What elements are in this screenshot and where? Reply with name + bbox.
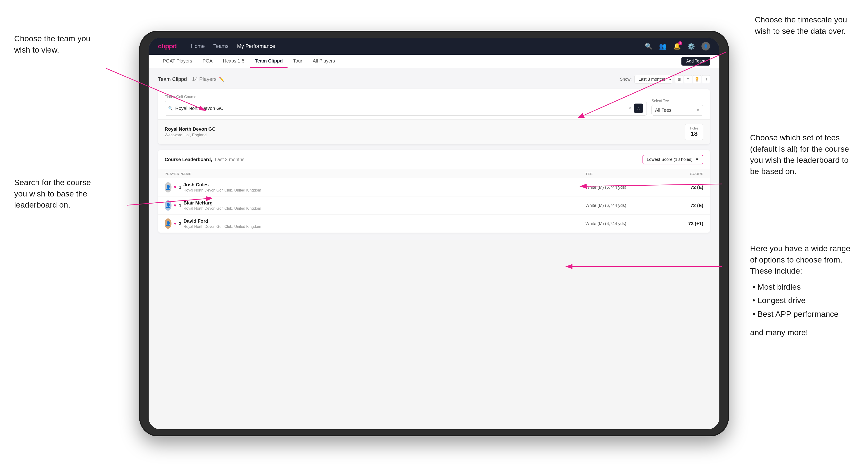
team-name: Team Clippd <box>158 76 187 82</box>
score-type-select[interactable]: Lowest Score (18 holes) ▼ <box>643 155 703 164</box>
score-dropdown-icon: ▼ <box>695 157 699 162</box>
col-header-player: PLAYER NAME <box>165 172 585 176</box>
player-score-1: 72 (E) <box>656 185 703 190</box>
player-club-3: Royal North Devon Golf Club, United King… <box>184 224 585 229</box>
player-club-1: Royal North Devon Golf Club, United King… <box>184 188 585 192</box>
option-drive: Longest drive <box>752 295 854 306</box>
search-clear-button[interactable]: ✕ <box>628 106 631 111</box>
heart-icon-1[interactable]: ♥ <box>174 185 177 190</box>
favorite-button[interactable]: ☆ <box>634 103 643 113</box>
course-search-card: Find a Golf Course 🔍 ✕ ☆ Select Tee All … <box>158 89 710 144</box>
holes-label: Holes <box>690 126 699 130</box>
nav-teams[interactable]: Teams <box>213 43 228 49</box>
option-birdies: Most birdies <box>752 281 854 293</box>
tab-team-clippd[interactable]: Team Clippd <box>250 55 287 68</box>
player-tee-1: White (M) (6,744 yds) <box>585 185 656 190</box>
table-row: 👤 ♥ 1 Josh Coles Royal North Devon Golf … <box>158 178 710 196</box>
show-controls: Show: Last 3 months ⊞ ≡ 🏆 ⬇ <box>620 75 710 84</box>
trophy-icon[interactable]: 🏆 <box>693 75 701 83</box>
add-team-button[interactable]: Add Team <box>681 57 710 66</box>
course-result: Royal North Devon GC Westward Ho!, Engla… <box>158 119 710 144</box>
heart-icon-3[interactable]: ♥ <box>174 221 177 226</box>
course-search-input[interactable] <box>175 106 626 111</box>
holes-number: 18 <box>690 130 699 137</box>
player-tee-2: White (M) (6,744 yds) <box>585 203 656 208</box>
options-list: Most birdies Longest drive Best APP perf… <box>752 281 854 320</box>
player-name-3: David Ford <box>184 218 585 224</box>
tablet-screen: clippd Home Teams My Performance 🔍 👥 🔔 1… <box>149 38 719 429</box>
tee-select-value: All Tees <box>655 107 694 113</box>
player-avatar-2: 👤 <box>165 200 172 211</box>
view-icons: ⊞ ≡ 🏆 ⬇ <box>675 75 710 83</box>
course-search-input-wrapper: 🔍 ✕ ☆ <box>165 101 647 116</box>
annotation-top-right: Choose the timescale you wish to see the… <box>755 14 854 36</box>
col-header-tee: TEE <box>585 172 656 176</box>
rank-1: 1 <box>179 185 184 190</box>
player-score-3: 73 (+1) <box>656 221 703 226</box>
course-search-label: Find a Golf Course <box>165 95 647 99</box>
tab-hcaps[interactable]: Hcaps 1-5 <box>218 55 249 68</box>
table-header: PLAYER NAME TEE SCORE <box>158 169 710 178</box>
tab-pga[interactable]: PGA <box>198 55 217 68</box>
tablet-frame: clippd Home Teams My Performance 🔍 👥 🔔 1… <box>139 31 729 436</box>
table-row: 👤 ♥ 3 David Ford Royal North Devon Golf … <box>158 215 710 233</box>
holes-badge: Holes 18 <box>685 124 703 140</box>
people-icon[interactable]: 👥 <box>659 43 666 50</box>
tee-dropdown-icon[interactable]: ▼ <box>696 108 700 113</box>
player-rank-col-2: 👤 ♥ 1 <box>165 200 184 211</box>
leaderboard-card: Course Leaderboard, Last 3 months Lowest… <box>158 150 710 233</box>
show-label: Show: <box>620 77 632 82</box>
nav-right: 🔍 👥 🔔 1 ⚙️ 👤 <box>645 42 710 51</box>
annotation-top-left: Choose the team you wish to view. <box>14 33 104 55</box>
tab-pgat-players[interactable]: PGAT Players <box>158 55 197 68</box>
nav-performance[interactable]: My Performance <box>237 43 275 49</box>
player-info-1: Josh Coles Royal North Devon Golf Club, … <box>184 182 585 192</box>
download-icon[interactable]: ⬇ <box>702 75 710 83</box>
user-avatar[interactable]: 👤 <box>702 42 710 51</box>
app-logo: clippd <box>158 42 177 50</box>
player-tee-3: White (M) (6,744 yds) <box>585 221 656 226</box>
player-info-3: David Ford Royal North Devon Golf Club, … <box>184 218 585 229</box>
notification-badge: 1 <box>678 41 682 45</box>
heart-icon-2[interactable]: ♥ <box>174 203 177 208</box>
search-icon[interactable]: 🔍 <box>645 43 652 50</box>
table-row: 👤 ♥ 1 Blair McHarg Royal North Devon Gol… <box>158 196 710 215</box>
settings-icon[interactable]: ⚙️ <box>687 43 695 50</box>
player-name-1: Josh Coles <box>184 182 585 187</box>
rank-3: 3 <box>179 221 184 226</box>
player-score-2: 72 (E) <box>656 203 703 208</box>
annotation-middle-left: Search for the course you wish to base t… <box>14 177 104 211</box>
player-avatar-1: 👤 <box>165 182 172 192</box>
timescale-select[interactable]: Last 3 months <box>634 75 672 84</box>
tab-bar: PGAT Players PGA Hcaps 1-5 Team Clippd T… <box>149 55 719 68</box>
search-magnify-icon: 🔍 <box>168 106 173 111</box>
player-name-2: Blair McHarg <box>184 200 585 206</box>
leaderboard-title: Course Leaderboard, Last 3 months <box>165 157 244 162</box>
player-info-2: Blair McHarg Royal North Devon Golf Club… <box>184 200 585 211</box>
annotation-bottom-right: Here you have a wide range of options to… <box>750 243 854 338</box>
player-rank-col-3: 👤 ♥ 3 <box>165 218 184 229</box>
app-nav: clippd Home Teams My Performance 🔍 👥 🔔 1… <box>149 38 719 55</box>
course-result-location: Westward Ho!, England <box>165 133 216 137</box>
leaderboard-header: Course Leaderboard, Last 3 months Lowest… <box>158 150 710 169</box>
option-app: Best APP performance <box>752 309 854 320</box>
tab-tour[interactable]: Tour <box>288 55 307 68</box>
nav-home[interactable]: Home <box>191 43 205 49</box>
tee-select-label: Select Tee <box>651 99 703 103</box>
player-club-2: Royal North Devon Golf Club, United King… <box>184 206 585 211</box>
team-header: Team Clippd | 14 Players ✏️ Show: Last 3… <box>158 75 710 84</box>
edit-team-icon[interactable]: ✏️ <box>219 76 224 82</box>
list-view-icon[interactable]: ≡ <box>684 75 692 83</box>
main-content: Team Clippd | 14 Players ✏️ Show: Last 3… <box>149 68 719 240</box>
tee-select-wrapper: Select Tee All Tees ▼ <box>651 99 703 116</box>
tab-all-players[interactable]: All Players <box>308 55 340 68</box>
player-rank-col-1: 👤 ♥ 1 <box>165 182 184 192</box>
nav-links: Home Teams My Performance <box>191 43 275 49</box>
team-title: Team Clippd | 14 Players ✏️ <box>158 76 224 82</box>
and-more-text: and many more! <box>750 327 854 338</box>
bell-icon[interactable]: 🔔 1 <box>673 43 681 50</box>
col-header-score: SCORE <box>656 172 703 176</box>
player-avatar-3: 👤 <box>165 218 172 229</box>
grid-view-icon[interactable]: ⊞ <box>675 75 683 83</box>
course-result-name: Royal North Devon GC <box>165 126 216 132</box>
